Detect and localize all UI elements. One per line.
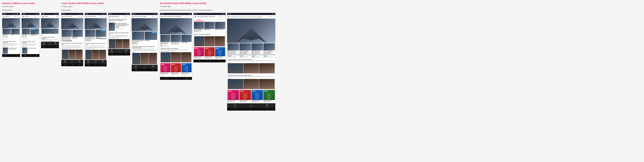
more-lh3[interactable]: ⋮ [127, 16, 129, 18]
nav-home-ah2[interactable]: ○ [209, 60, 210, 62]
nav-back-ah1[interactable]: ◁ [165, 78, 166, 79]
search-ah3[interactable]: ⌕ [267, 16, 269, 18]
status-bar-h2: 12:30 ▲▲▲ ▪ [22, 13, 40, 15]
search-lh1[interactable]: ⌕ [75, 16, 77, 18]
gift-ah1[interactable]: ⊕ [186, 16, 188, 18]
tab-categories-ah2[interactable]: Categories [215, 18, 226, 21]
nav-back-h2[interactable]: ◁ [24, 55, 25, 56]
back-lh1[interactable]: ◀ [62, 16, 63, 18]
mag-title-ah2-3: Magazine Title 2 [215, 57, 225, 58]
back-icon-h1[interactable]: ◀ [3, 16, 4, 18]
nav-square-lh3[interactable]: □ [126, 54, 127, 55]
nav-square-h3[interactable]: □ [56, 46, 56, 48]
nav-square-ah2[interactable]: □ [220, 60, 221, 62]
highlights-lh4[interactable]: ▼ Highlights [134, 65, 138, 68]
col-img-ah3-2-1 [228, 79, 243, 89]
highlights-ah3[interactable]: ▼ Highlights [233, 104, 237, 107]
nav-home-h2[interactable]: ○ [30, 55, 31, 56]
search-lh4[interactable]: ⌕ [150, 16, 152, 18]
nav-home-ah1[interactable]: ○ [176, 78, 176, 79]
status-bar-lh2: 12:30 ▲▲▲ ▪ [85, 13, 106, 15]
back-ah2[interactable]: ◀ [194, 16, 196, 18]
search-icon-h1[interactable]: ⌕ [12, 16, 14, 18]
library-ah3[interactable]: ☆ My Library [249, 104, 253, 107]
library-lh2[interactable]: ☆ My Library [94, 60, 98, 63]
nav-home-ah3[interactable]: ○ [251, 108, 252, 110]
highlights-lh3[interactable]: ▼ Highlights [110, 49, 114, 52]
gift-icon-h1[interactable]: ⊕ [14, 16, 16, 18]
nav-square-h2[interactable]: □ [36, 55, 37, 56]
nav-home-lh2[interactable]: ○ [95, 64, 96, 66]
gift-icon-h3[interactable]: ⊕ [56, 16, 58, 18]
gift-lh3[interactable]: ⊕ [124, 16, 126, 18]
more-icon-h2[interactable]: ⋮ [36, 16, 39, 18]
col-img-ah3-2-3 [259, 79, 275, 89]
categories-lh2[interactable]: ⊞ Categories [101, 60, 105, 63]
search-icon-h2[interactable]: ⌕ [31, 16, 33, 18]
nav-square-ah1[interactable]: □ [186, 78, 187, 79]
more-lh2[interactable]: ⋮ [104, 16, 106, 18]
more-lh4[interactable]: ⋮ [155, 16, 157, 18]
library-lh3[interactable]: ☆ My Library [117, 49, 121, 52]
categories-btn-h3[interactable]: ⊞ Categories [54, 42, 58, 45]
tab-library-ah2[interactable]: My Library [204, 18, 215, 21]
nav-home-lh4[interactable]: ○ [144, 69, 145, 71]
search-lh3[interactable]: ⌕ [122, 16, 124, 18]
mag-sub-ah1-3: Lines of Text Lov... [182, 74, 192, 75]
nav-back-lh4[interactable]: ◁ [136, 69, 136, 71]
back-icon-h2[interactable]: ◀ [22, 16, 24, 18]
title-lh2: Lorem Ipsum [88, 16, 98, 17]
nav-back-ah3[interactable]: ◁ [234, 108, 236, 110]
search-lh2[interactable]: ⌕ [98, 16, 100, 18]
gift-lh2[interactable]: ⊕ [101, 16, 103, 18]
more-ah1[interactable]: ⋮ [189, 16, 191, 18]
gift-lh1[interactable]: ⊕ [78, 16, 80, 18]
categories-lh4[interactable]: ⊞ Categories [151, 65, 155, 68]
nav-back-h3[interactable]: ◁ [44, 46, 44, 48]
nav-home-h1[interactable]: ○ [11, 55, 12, 56]
nav-square-lh4[interactable]: □ [153, 69, 154, 71]
categories-ah3[interactable]: ⊞ Categories [265, 104, 269, 107]
nav-back-lh1[interactable]: ◁ [64, 64, 66, 66]
nav-square-h1[interactable]: □ [16, 55, 18, 56]
back-icon-h3[interactable]: ◀ [42, 16, 43, 18]
more-icon-h1[interactable]: ⋮ [17, 16, 19, 18]
search-ah1[interactable]: ⌕ [184, 16, 186, 18]
search-ah2[interactable]: ⌕ [218, 16, 220, 18]
highlights-btn-h3[interactable]: ★ Highlights [42, 42, 46, 45]
gift-ah3[interactable]: ⊕ [270, 16, 272, 18]
gift-icon-h2[interactable]: ⊕ [34, 16, 36, 18]
thumb-ah2-2 [204, 22, 214, 29]
categories-lh3[interactable]: ⊞ Categories [124, 49, 128, 52]
back-lh3[interactable]: ◀ [109, 16, 110, 18]
categories-lh1[interactable]: ⊞ Categories [78, 60, 81, 63]
nav-home-lh3[interactable]: ○ [119, 54, 120, 55]
more-ah2[interactable]: ⋮ [223, 16, 225, 18]
nav-back-h1[interactable]: ◁ [5, 55, 6, 56]
gift-lh4[interactable]: ⊕ [152, 16, 154, 18]
nav-square-ah3[interactable]: □ [267, 108, 268, 110]
more-lh1[interactable]: ⋮ [80, 16, 82, 18]
nav-back-lh2[interactable]: ◁ [88, 64, 89, 66]
search-icon-h3[interactable]: ⌕ [54, 16, 56, 18]
back-ah1[interactable]: ◀ [161, 16, 162, 18]
alt-handset-screen-2: 12:30 ▲▲ ▪ ◀ Lorem Ipsum Dolor Sit Amet … [193, 13, 226, 63]
nav-square-lh1[interactable]: □ [79, 64, 80, 65]
library-lh4[interactable]: ☆ My Library [142, 65, 146, 68]
gift-ah2[interactable]: ⊕ [220, 16, 222, 18]
nav-square-lh2[interactable]: □ [102, 64, 103, 66]
highlights-lh1[interactable]: ★ Highlights [63, 60, 67, 63]
library-btn-h3[interactable]: ☆ My Library [48, 42, 52, 45]
nav-back-lh3[interactable]: ◁ [112, 53, 112, 55]
back-lh2[interactable]: ◀ [86, 16, 87, 18]
more-ah3[interactable]: ⋮ [272, 16, 274, 18]
nav-home-h3[interactable]: ○ [50, 46, 50, 48]
library-lh1[interactable]: ☆ My Library [70, 60, 74, 63]
tab-highlights-ah2[interactable]: Highlights [194, 18, 204, 21]
nav-home-lh1[interactable]: ○ [72, 64, 72, 65]
back-lh4[interactable]: ◀ [132, 16, 134, 18]
figure-ah2-2 [206, 50, 212, 57]
nav-back-ah2[interactable]: ◁ [198, 60, 200, 62]
highlights-lh2[interactable]: ▼ Highlights [86, 60, 90, 63]
back-ah3[interactable]: ◀ [228, 16, 229, 18]
